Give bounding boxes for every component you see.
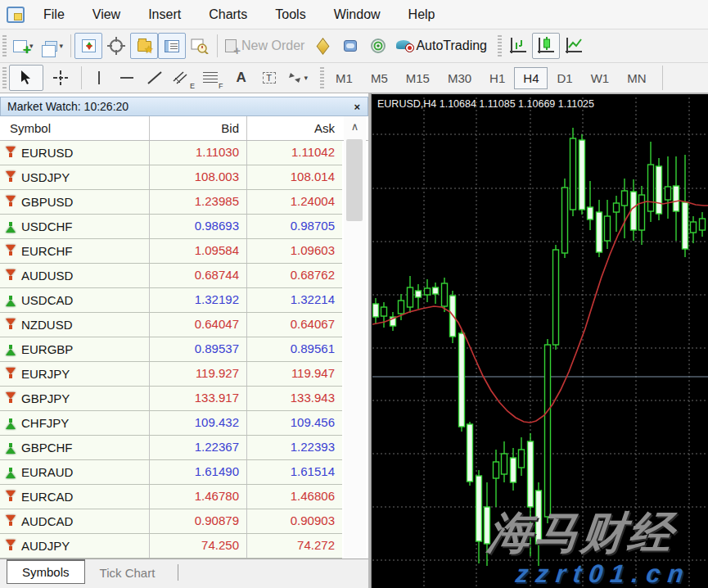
equidistant-channel-tool-button[interactable]: E (169, 65, 199, 91)
profiles-button[interactable]: ▾ (38, 33, 68, 59)
tab-tick-chart[interactable]: Tick Chart (85, 562, 170, 586)
menu-item-file[interactable]: File (29, 1, 79, 29)
candlestick (494, 462, 499, 478)
cursor-tool-button[interactable] (9, 65, 43, 91)
menu-item-tools[interactable]: Tools (261, 1, 319, 29)
toolbar-grip[interactable] (2, 67, 7, 88)
symbol-label: AUDJPY (21, 535, 70, 558)
timeframe-button-h1[interactable]: H1 (480, 67, 514, 89)
fibo-suffix-label: F (219, 82, 223, 90)
market-watch-header[interactable]: Market Watch: 10:26:20 × (0, 97, 368, 116)
timeframe-button-h4[interactable]: H4 (514, 67, 548, 89)
toolbar-grip[interactable] (320, 67, 324, 88)
timeframe-button-m5[interactable]: M5 (362, 67, 397, 89)
table-row-audjpy[interactable]: AUDJPY74.25074.272 (0, 534, 342, 559)
crosshair-tool-button[interactable] (43, 65, 78, 91)
column-header-ask[interactable]: Ask (247, 116, 342, 140)
market-watch-toggle-button[interactable] (74, 33, 102, 59)
vertical-line-tool-button[interactable] (85, 65, 113, 91)
table-row-gbpusd[interactable]: GBPUSD1.239851.24004 (0, 190, 342, 215)
column-header-bid[interactable]: Bid (150, 116, 247, 140)
menu-item-charts[interactable]: Charts (195, 1, 261, 29)
new-order-button[interactable]: New Order (221, 33, 309, 59)
toolbar-grip[interactable] (498, 35, 502, 57)
table-row-euraud[interactable]: EURAUD1.614901.61514 (0, 460, 342, 485)
tab-symbols[interactable]: Symbols (7, 559, 85, 584)
table-row-eurgbp[interactable]: EURGBP0.895370.89561 (0, 337, 342, 362)
navigator-toggle-button[interactable]: ★ (130, 33, 158, 59)
toolbar-grip[interactable] (2, 35, 7, 57)
menu-item-insert[interactable]: Insert (134, 1, 195, 29)
table-row-usdcad[interactable]: USDCAD1.321921.32214 (0, 288, 342, 313)
trendline-tool-button[interactable] (141, 65, 169, 91)
timeframe-button-d1[interactable]: D1 (548, 67, 581, 89)
scroll-up-icon[interactable]: ∧ (344, 118, 366, 136)
timeframe-button-mn[interactable]: MN (618, 67, 655, 89)
candlestick (502, 454, 507, 474)
timeframe-button-m30[interactable]: M30 (439, 67, 480, 89)
candlestick (648, 165, 654, 211)
symbol-cell: EURJPY (0, 362, 150, 386)
table-row-eurchf[interactable]: EURCHF1.095841.09603 (0, 239, 342, 264)
autotrading-button[interactable]: AutoTrading (392, 33, 491, 59)
table-row-eurusd[interactable]: EURUSD1.110301.11042 (0, 141, 342, 165)
horizontal-line-tool-button[interactable] (113, 65, 141, 91)
table-row-audusd[interactable]: AUDUSD0.687440.68762 (0, 264, 342, 288)
timeframes-toolbar: M1M5M15M30H1H4D1W1MN (327, 67, 655, 89)
watermark-brand-text: 海马财经 (485, 504, 678, 563)
table-row-eurcad[interactable]: EURCAD1.467801.46806 (0, 485, 342, 509)
equidistant-channel-icon (173, 71, 189, 84)
terminal-toggle-button[interactable] (158, 33, 186, 59)
market-watch-title: Market Watch: 10:26:20 (1, 100, 346, 113)
candlestick-mode-button[interactable] (532, 33, 560, 59)
candlestick (553, 250, 559, 345)
table-row-nzdusd[interactable]: NZDUSD0.640470.64067 (0, 313, 342, 337)
channel-suffix-label: E (190, 82, 195, 90)
bid-value: 0.68744 (150, 264, 247, 287)
menu-item-help[interactable]: Help (395, 1, 449, 29)
market-watch-scrollbar[interactable]: ∧ ∨ (344, 116, 366, 559)
scrollbar-thumb[interactable] (346, 139, 363, 221)
connection-button[interactable] (364, 33, 392, 59)
metaeditor-button[interactable] (309, 33, 336, 59)
data-window-button[interactable] (102, 33, 130, 59)
timeframe-button-w1[interactable]: W1 (582, 67, 619, 89)
symbol-cell: GBPJPY (0, 387, 150, 410)
ask-value: 0.64067 (247, 313, 342, 337)
table-row-chfjpy[interactable]: CHFJPY109.432109.456 (0, 411, 342, 436)
close-icon[interactable]: × (346, 101, 368, 113)
new-chart-button[interactable]: + ▾ (9, 33, 38, 59)
autotrading-label: AutoTrading (416, 38, 487, 53)
arrows-tool-button[interactable]: ▾ (283, 65, 313, 91)
column-header-symbol[interactable]: Symbol (0, 116, 150, 140)
fibonacci-tool-button[interactable]: F (199, 65, 228, 91)
menu-item-window[interactable]: Window (320, 1, 395, 29)
bar-chart-icon (508, 36, 528, 56)
table-row-gbpchf[interactable]: GBPCHF1.223671.22393 (0, 436, 342, 460)
chart-window[interactable]: EURUSD,H4 1.10684 1.11085 1.10669 1.1102… (372, 93, 708, 588)
ask-value: 1.46806 (247, 485, 342, 509)
table-row-eurjpy[interactable]: EURJPY119.927119.947 (0, 362, 342, 387)
table-row-usdjpy[interactable]: USDJPY108.003108.014 (0, 165, 342, 190)
table-row-gbpjpy[interactable]: GBPJPY133.917133.943 (0, 387, 342, 411)
moving-average-line (372, 201, 708, 423)
strategy-tester-button[interactable] (186, 33, 214, 59)
timeframe-button-m1[interactable]: M1 (327, 67, 362, 89)
toolbar-separator (70, 34, 71, 57)
ask-value: 133.943 (247, 387, 342, 410)
timeframe-button-m15[interactable]: M15 (397, 67, 439, 89)
menu-item-view[interactable]: View (79, 1, 134, 29)
price-up-arrow-icon (5, 294, 16, 306)
line-chart-mode-button[interactable] (560, 33, 588, 59)
arrows-icon (287, 71, 302, 84)
symbol-label: CHFJPY (21, 412, 69, 435)
bar-chart-mode-button[interactable] (504, 33, 532, 59)
text-label-tool-button[interactable]: T (255, 65, 283, 91)
vertical-line-icon (98, 71, 100, 84)
new-chart-icon: + (13, 40, 27, 52)
text-tool-button[interactable]: A (228, 65, 255, 91)
table-row-usdchf[interactable]: USDCHF0.986930.98705 (0, 215, 342, 239)
table-row-audcad[interactable]: AUDCAD0.908790.90903 (0, 509, 342, 534)
mql-community-button[interactable] (336, 33, 364, 59)
candlestick (597, 212, 602, 252)
